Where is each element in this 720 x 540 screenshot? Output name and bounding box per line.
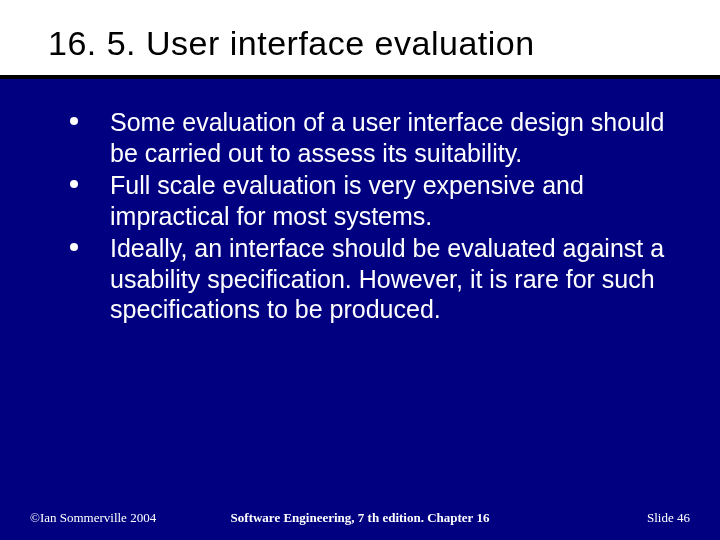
slide: 16. 5. User interface evaluation Some ev… [0, 0, 720, 540]
footer-center: Software Engineering, 7 th edition. Chap… [0, 510, 720, 526]
bullet-text: Ideally, an interface should be evaluate… [110, 234, 664, 323]
bullet-text: Some evaluation of a user interface desi… [110, 108, 665, 167]
slide-content: Some evaluation of a user interface desi… [0, 79, 720, 325]
bullet-icon [70, 243, 78, 251]
bullet-icon [70, 117, 78, 125]
bullet-text: Full scale evaluation is very expensive … [110, 171, 584, 230]
list-item: Full scale evaluation is very expensive … [64, 170, 680, 231]
bullet-icon [70, 180, 78, 188]
bullet-list: Some evaluation of a user interface desi… [64, 107, 680, 325]
title-block: 16. 5. User interface evaluation [0, 0, 720, 75]
slide-title: 16. 5. User interface evaluation [48, 24, 690, 63]
list-item: Ideally, an interface should be evaluate… [64, 233, 680, 325]
footer-right: Slide 46 [647, 510, 690, 526]
list-item: Some evaluation of a user interface desi… [64, 107, 680, 168]
